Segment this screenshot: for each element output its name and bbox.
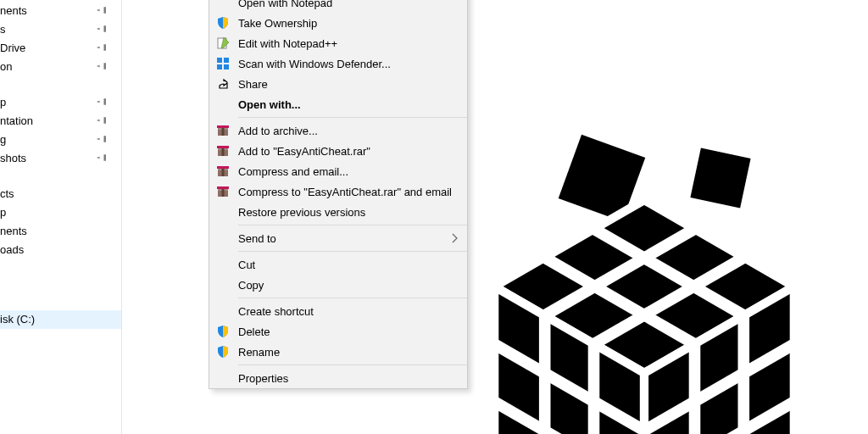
menu-create-shortcut[interactable]: Create shortcut [209, 301, 467, 321]
pin-icon [96, 133, 108, 145]
sidebar-item[interactable]: nents [0, 222, 121, 241]
menu-copy[interactable]: Copy [209, 275, 467, 295]
pin-icon [96, 60, 108, 72]
pin-icon [96, 4, 108, 16]
sidebar-item[interactable]: p [0, 203, 121, 222]
svg-rect-4 [224, 64, 229, 70]
pin-icon [96, 23, 108, 35]
svg-rect-11 [222, 147, 225, 156]
shield-icon [216, 345, 230, 359]
menu-label: Cut [238, 259, 443, 271]
sidebar-item[interactable]: cts [0, 185, 121, 203]
sidebar-item-label: nents [0, 4, 27, 17]
menu-share[interactable]: Share [209, 74, 467, 94]
winrar-icon [216, 144, 230, 158]
menu-label: Edit with Notepad++ [238, 37, 443, 50]
sidebar-item-label: g [0, 133, 6, 146]
menu-label: Copy [238, 279, 443, 292]
sidebar-item-local-disk[interactable]: isk (C:) [0, 310, 121, 329]
svg-rect-3 [217, 64, 222, 70]
menu-separator [238, 251, 467, 252]
navigation-pane: nents s Drive on p ntation g shots cts p… [0, 0, 122, 434]
menu-label: Compress to "EasyAntiCheat.rar" and emai… [238, 186, 452, 198]
menu-label: Properties [238, 372, 443, 385]
svg-rect-19 [222, 188, 225, 197]
menu-compress-rar-email[interactable]: Compress to "EasyAntiCheat.rar" and emai… [209, 181, 467, 202]
cube-artwork [458, 119, 868, 434]
menu-label: Open with Notepad [238, 0, 443, 9]
menu-add-to-rar[interactable]: Add to "EasyAntiCheat.rar" [209, 141, 467, 161]
shield-icon [216, 16, 230, 30]
sidebar-item[interactable]: ntation [0, 112, 121, 131]
sidebar-spacer [0, 259, 121, 276]
winrar-icon [216, 185, 230, 198]
menu-send-to[interactable]: Send to [209, 228, 467, 248]
context-menu: Open with Notepad Take Ownership Edit wi… [209, 0, 468, 389]
menu-restore-previous[interactable]: Restore previous versions [209, 202, 467, 222]
menu-scan-defender[interactable]: Scan with Windows Defender... [209, 53, 467, 74]
sidebar-item[interactable]: p [0, 93, 121, 112]
notepadpp-icon [216, 36, 230, 50]
svg-rect-1 [217, 58, 222, 63]
pin-icon [96, 114, 108, 126]
svg-rect-7 [222, 127, 225, 136]
menu-add-to-archive[interactable]: Add to archive... [209, 120, 467, 141]
svg-rect-22 [690, 147, 750, 208]
menu-take-ownership[interactable]: Take Ownership [209, 13, 467, 33]
sidebar-item-label: s [0, 23, 6, 36]
menu-label: Add to archive... [238, 125, 443, 137]
sidebar-item-label: p [0, 96, 6, 108]
menu-label: Take Ownership [238, 17, 443, 30]
winrar-icon [216, 124, 230, 137]
sidebar-item[interactable]: Drive [0, 39, 121, 58]
sidebar-spacer [0, 168, 121, 185]
menu-compress-email[interactable]: Compress and email... [209, 161, 467, 181]
pin-icon [96, 96, 108, 108]
menu-label: Create shortcut [238, 305, 443, 318]
svg-rect-2 [224, 58, 229, 63]
menu-label: Rename [238, 346, 443, 359]
menu-separator [238, 298, 467, 298]
pin-icon [96, 152, 108, 164]
menu-rename[interactable]: Rename [209, 342, 467, 362]
menu-label: Add to "EasyAntiCheat.rar" [238, 145, 443, 158]
menu-label: Restore previous versions [238, 206, 443, 219]
defender-icon [216, 57, 230, 70]
shield-icon [216, 325, 230, 338]
sidebar-item[interactable]: nents [0, 2, 121, 20]
sidebar-item-label: isk (C:) [0, 313, 35, 326]
sidebar-item-label: ntation [0, 114, 33, 127]
sidebar-spacer [0, 76, 121, 93]
menu-cut[interactable]: Cut [209, 254, 467, 275]
winrar-icon [216, 164, 230, 178]
menu-separator [238, 117, 467, 118]
pin-icon [96, 42, 108, 53]
menu-open-with[interactable]: Open with... [209, 94, 467, 114]
sidebar-item-label: Drive [0, 42, 25, 54]
sidebar-item[interactable]: s [0, 20, 121, 39]
share-icon [216, 77, 230, 91]
menu-label: Compress and email... [238, 165, 443, 178]
menu-label: Scan with Windows Defender... [238, 58, 443, 70]
menu-label: Open with... [238, 98, 443, 111]
sidebar-item[interactable]: g [0, 131, 121, 149]
sidebar-item-label: nents [0, 225, 27, 237]
menu-properties[interactable]: Properties [209, 368, 467, 388]
sidebar-spacer [0, 293, 121, 310]
sidebar-item-label: p [0, 206, 6, 219]
svg-rect-12 [217, 146, 229, 148]
svg-rect-15 [222, 168, 225, 176]
menu-label: Delete [238, 326, 443, 338]
svg-rect-20 [217, 186, 229, 189]
menu-edit-notepadpp[interactable]: Edit with Notepad++ [209, 33, 467, 53]
sidebar-item[interactable]: on [0, 58, 121, 76]
sidebar-item[interactable]: shots [0, 149, 121, 168]
sidebar-item-label: shots [0, 152, 26, 164]
menu-separator [238, 225, 467, 225]
menu-delete[interactable]: Delete [209, 321, 467, 342]
svg-rect-16 [217, 166, 229, 169]
menu-separator [238, 364, 467, 365]
sidebar-item[interactable]: oads [0, 241, 121, 259]
menu-open-with-notepad[interactable]: Open with Notepad [209, 0, 467, 13]
menu-label: Send to [238, 232, 443, 245]
